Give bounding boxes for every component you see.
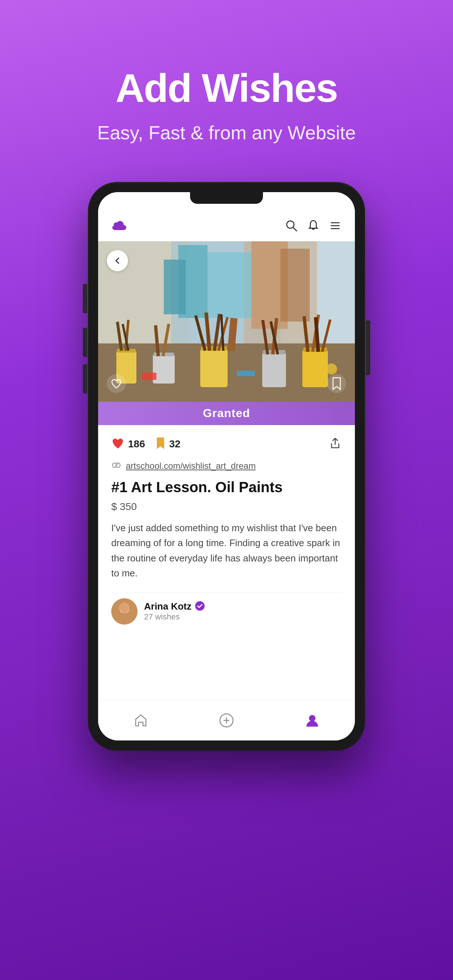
product-price: $ 350	[111, 501, 342, 512]
svg-rect-24	[200, 349, 228, 387]
nav-home[interactable]	[126, 706, 155, 735]
nav-profile[interactable]	[298, 706, 327, 735]
sub-title: Easy, Fast & from any Website	[97, 121, 356, 145]
svg-point-54	[309, 715, 316, 722]
app-header	[98, 212, 355, 241]
author-row: Arina Kotz 27 wishes	[111, 592, 342, 625]
svg-rect-32	[262, 353, 286, 387]
notch-bar	[98, 192, 355, 212]
author-info: Arina Kotz 27 wishes	[144, 601, 205, 622]
granted-label: Granted	[203, 407, 250, 420]
svg-rect-37	[302, 350, 328, 387]
author-name: Arina Kotz	[144, 601, 191, 612]
product-image	[98, 241, 355, 402]
likes-count: 186	[128, 438, 145, 450]
bookmarks-stat: 32	[155, 437, 180, 451]
notch	[190, 192, 263, 204]
svg-point-49	[120, 603, 129, 612]
bookmark-icon[interactable]	[155, 437, 166, 451]
menu-icon[interactable]	[329, 219, 342, 234]
phone-screen: Granted 186	[98, 192, 355, 740]
product-description: I've just added something to my wishlist…	[111, 520, 342, 581]
svg-rect-44	[237, 371, 255, 376]
svg-line-1	[293, 228, 297, 231]
stats-left: 186 32	[111, 437, 180, 451]
author-avatar	[111, 598, 137, 625]
main-title: Add Wishes	[97, 65, 356, 110]
content-area: 186 32	[98, 425, 355, 700]
svg-rect-10	[207, 252, 251, 318]
svg-rect-11	[164, 259, 186, 314]
bookmark-overlay-button[interactable]	[327, 374, 346, 393]
link-row: artschool.com/wishlist_art_dream	[111, 460, 342, 472]
author-wishes-count: 27 wishes	[144, 612, 205, 622]
notification-icon[interactable]	[307, 219, 320, 234]
bottom-nav	[98, 700, 355, 740]
stats-row: 186 32	[111, 437, 342, 451]
nav-add[interactable]	[212, 706, 241, 735]
phone-frame: Granted 186	[88, 182, 365, 751]
phone-mockup: Granted 186	[88, 182, 365, 751]
header-icons	[285, 219, 342, 234]
search-icon[interactable]	[285, 219, 298, 234]
product-link[interactable]: artschool.com/wishlist_art_dream	[126, 461, 256, 471]
bookmarks-count: 32	[169, 438, 180, 450]
product-title: #1 Art Lesson. Oil Paints	[111, 478, 342, 496]
header-section: Add Wishes Easy, Fast & from any Website	[68, 0, 385, 167]
verified-icon	[195, 601, 205, 612]
svg-point-45	[326, 363, 337, 374]
like-overlay-button[interactable]	[107, 374, 126, 393]
author-name-row: Arina Kotz	[144, 601, 205, 612]
share-icon[interactable]	[329, 437, 342, 451]
back-button[interactable]	[107, 250, 128, 271]
svg-rect-13	[281, 249, 309, 321]
granted-banner: Granted	[98, 402, 355, 425]
link-icon	[111, 460, 121, 472]
heart-icon[interactable]	[111, 437, 124, 451]
svg-rect-43	[142, 372, 156, 380]
svg-point-50	[195, 601, 205, 611]
app-logo	[111, 218, 131, 235]
svg-point-0	[287, 221, 294, 228]
likes-stat: 186	[111, 437, 145, 451]
